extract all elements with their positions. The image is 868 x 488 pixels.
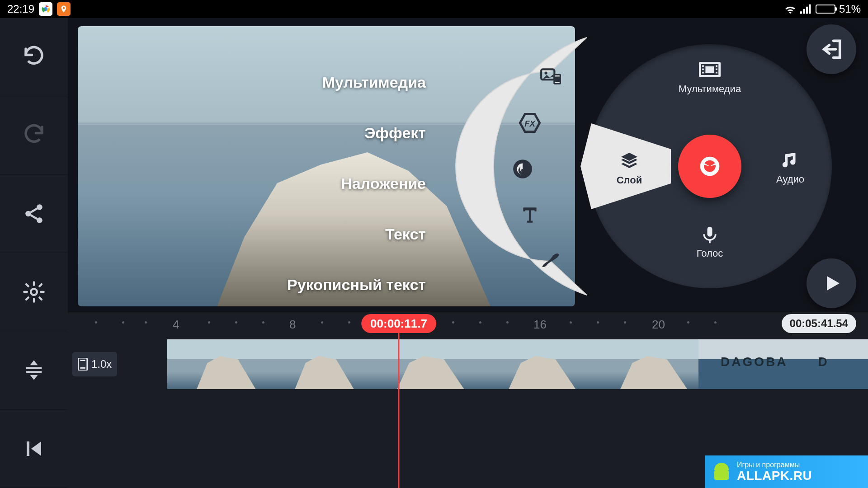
action-wheel: FX [588,44,832,288]
timeline[interactable]: 4 8 16 20 00:00:11.7 00:05:41.54 1.0x [68,312,868,488]
preview-row: Мультимедиа Эффект Наложение Текст Рукоп… [68,18,868,312]
wheel-multimedia-button[interactable]: Мультимедиа [676,59,744,95]
clip[interactable] [363,339,475,389]
svg-rect-20 [702,69,704,70]
flyout-multimedia-button[interactable] [538,64,563,89]
svg-rect-22 [716,65,717,67]
status-time: 22:19 [7,3,34,15]
battery-percent: 51% [839,3,861,15]
android-icon [711,461,732,483]
svg-rect-25 [708,227,712,237]
battery-icon [816,5,835,14]
video-track[interactable]: 1.0x DAGOBA D [72,339,868,389]
svg-rect-18 [705,66,714,73]
clip[interactable] [265,339,363,389]
clip[interactable] [587,339,698,389]
total-duration: 00:05:41.54 [782,314,856,333]
wifi-icon [784,4,797,14]
svg-rect-2 [800,11,802,14]
flyout-handwriting-button[interactable] [538,247,563,272]
svg-rect-4 [806,7,808,14]
ruler-mark: 8 [289,318,296,332]
clip[interactable] [475,339,587,389]
svg-rect-5 [809,5,811,14]
svg-rect-28 [80,367,85,369]
record-button[interactable] [678,135,741,198]
speed-chip[interactable]: 1.0x [72,352,117,376]
svg-point-12 [544,72,547,75]
svg-rect-10 [27,441,29,456]
svg-rect-19 [702,65,704,67]
svg-rect-23 [716,69,717,70]
flyout-label-multimedia: Мультимедиа [322,74,426,91]
svg-rect-21 [702,72,704,74]
settings-button[interactable] [0,253,68,331]
watermark: Игры и программы ALLAPK.RU [705,455,868,488]
layer-flyout: FX [438,26,600,306]
svg-point-6 [37,204,42,210]
wheel-audio-button[interactable]: Аудио [756,150,824,185]
svg-point-8 [37,217,42,223]
svg-rect-27 [80,360,85,361]
clip[interactable] [167,339,265,389]
clip[interactable]: DAGOBA [698,339,810,389]
svg-rect-24 [716,72,717,74]
clip[interactable]: D [810,339,868,389]
app-icon-orange [57,2,71,16]
svg-point-9 [31,289,37,295]
ruler-mark: 4 [173,318,179,332]
left-rail [0,18,68,488]
playhead-time[interactable]: 00:00:11.7 [361,314,436,333]
chrome-icon [39,2,52,16]
rewind-button[interactable] [0,410,68,488]
timeline-ruler[interactable]: 4 8 16 20 00:00:11.7 00:05:41.54 [68,312,868,335]
svg-rect-14 [555,75,559,77]
status-bar: 22:19 51% [0,0,868,18]
svg-text:FX: FX [524,119,536,128]
svg-rect-3 [803,9,805,14]
svg-rect-15 [555,82,559,83]
undo-button[interactable] [0,18,68,96]
redo-button[interactable] [0,96,68,174]
flyout-text-button[interactable] [517,202,542,228]
exit-button[interactable] [807,24,856,74]
expand-tracks-button[interactable] [0,331,68,409]
flyout-label-effect: Эффект [364,124,426,142]
play-button[interactable] [807,258,856,308]
share-button[interactable] [0,175,68,253]
wheel-voice-button[interactable]: Голос [676,225,744,259]
svg-rect-11 [541,69,554,80]
svg-point-7 [25,211,31,217]
flyout-overlay-button[interactable] [510,156,535,182]
signal-icon [800,4,812,14]
wheel-layer-button[interactable]: Слой [595,150,663,186]
flyout-effect-button[interactable]: FX [517,110,542,136]
ruler-mark: 16 [533,318,547,332]
playhead-line[interactable] [398,333,400,488]
ruler-mark: 20 [652,318,665,332]
